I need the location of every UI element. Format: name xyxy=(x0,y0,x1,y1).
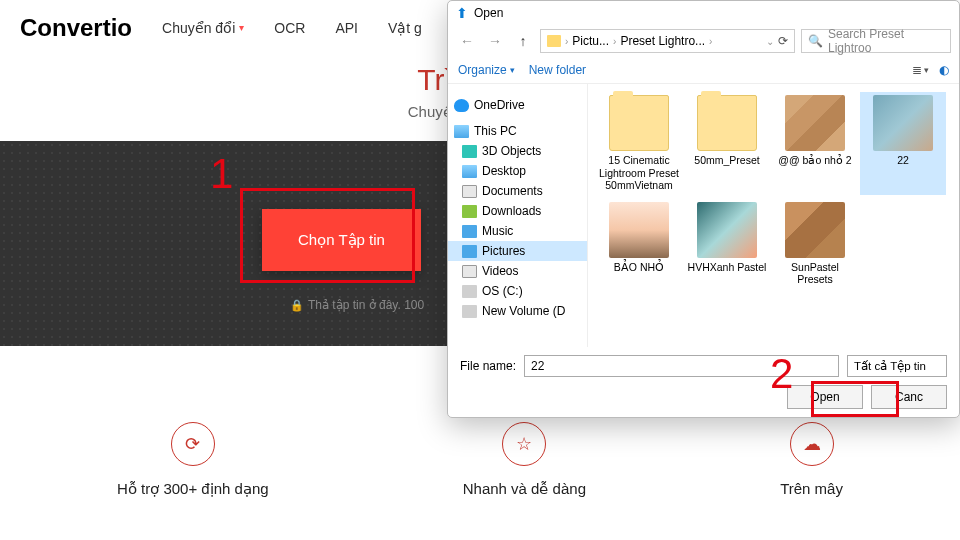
tree-3d-objects[interactable]: 3D Objects xyxy=(448,141,587,161)
dialog-title-bar: ⬆ Open xyxy=(448,1,959,25)
nav-more[interactable]: Vật g xyxy=(388,20,422,36)
up-button[interactable]: ↑ xyxy=(512,30,534,52)
toolbar: Organize ▾ New folder ≣ ▾ ◐ xyxy=(448,57,959,84)
download-icon xyxy=(462,205,477,218)
view-mode-button[interactable]: ≣ ▾ xyxy=(912,63,929,77)
tree-os-c[interactable]: OS (C:) xyxy=(448,281,587,301)
folder-icon xyxy=(697,95,757,151)
up-arrow-icon: ⬆ xyxy=(456,5,468,21)
breadcrumb-pictures[interactable]: Pictu... xyxy=(572,34,609,48)
back-button[interactable]: ← xyxy=(456,30,478,52)
tree-desktop[interactable]: Desktop xyxy=(448,161,587,181)
nav-ocr[interactable]: OCR xyxy=(274,20,305,36)
tree-onedrive[interactable]: OneDrive xyxy=(448,95,587,115)
search-input[interactable]: 🔍 Search Preset Lightroo xyxy=(801,29,951,53)
annotation-1: 1 xyxy=(210,150,233,198)
tree-downloads[interactable]: Downloads xyxy=(448,201,587,221)
folder-icon xyxy=(547,35,561,47)
file-item-image[interactable]: HVHXanh Pastel xyxy=(684,199,770,289)
dialog-title: Open xyxy=(474,6,503,20)
forward-button[interactable]: → xyxy=(484,30,506,52)
cloud-icon: ☁ xyxy=(790,422,834,466)
file-item-image-selected[interactable]: 22 xyxy=(860,92,946,195)
open-button[interactable]: Open xyxy=(787,385,863,409)
folder-tree: OneDrive This PC 3D Objects Desktop Docu… xyxy=(448,84,588,347)
logo[interactable]: Convertio xyxy=(20,14,132,42)
tree-new-volume[interactable]: New Volume (D xyxy=(448,301,587,321)
file-item-folder[interactable]: 15 Cinematic Lightroom Preset 50mmVietna… xyxy=(596,92,682,195)
star-icon: ☆ xyxy=(502,422,546,466)
file-grid: 15 Cinematic Lightroom Preset 50mmVietna… xyxy=(588,84,959,347)
nav-convert[interactable]: Chuyển đổi▾ xyxy=(162,20,244,36)
file-open-dialog: ⬆ Open ← → ↑ › Pictu... › Preset Lightro… xyxy=(447,0,960,418)
file-item-image[interactable]: SunPastel Presets xyxy=(772,199,858,289)
image-thumbnail xyxy=(785,95,845,151)
annotation-2: 2 xyxy=(770,350,793,398)
tree-documents[interactable]: Documents xyxy=(448,181,587,201)
organize-menu[interactable]: Organize ▾ xyxy=(458,63,515,77)
chevron-right-icon: › xyxy=(613,36,616,47)
image-thumbnail xyxy=(609,202,669,258)
nav-api[interactable]: API xyxy=(335,20,358,36)
image-thumbnail xyxy=(873,95,933,151)
new-folder-button[interactable]: New folder xyxy=(529,63,586,77)
tree-pictures[interactable]: Pictures xyxy=(448,241,587,261)
feature-formats: ⟳ Hỗ trợ 300+ định dạng xyxy=(117,422,269,498)
drop-hint: 🔒Thả tập tin ở đây. 100 xyxy=(290,298,424,312)
desktop-icon xyxy=(462,165,477,178)
cube-icon xyxy=(462,145,477,158)
file-item-image[interactable]: BẢO NHỎ xyxy=(596,199,682,289)
music-icon xyxy=(462,225,477,238)
image-thumbnail xyxy=(697,202,757,258)
video-icon xyxy=(462,265,477,278)
refresh-icon[interactable]: ⟳ xyxy=(778,34,788,48)
cancel-button[interactable]: Canc xyxy=(871,385,947,409)
chevron-down-icon[interactable]: ⌄ xyxy=(766,36,774,47)
search-icon: 🔍 xyxy=(808,34,823,48)
breadcrumb[interactable]: › Pictu... › Preset Lightro... › ⌄ ⟳ xyxy=(540,29,795,53)
tree-music[interactable]: Music xyxy=(448,221,587,241)
feature-cloud: ☁ Trên mây xyxy=(780,422,843,498)
filename-label: File name: xyxy=(460,359,516,373)
choose-files-button[interactable]: Chọn Tập tin xyxy=(262,209,421,271)
help-button[interactable]: ◐ xyxy=(939,63,949,77)
file-type-filter[interactable]: Tất cả Tệp tin xyxy=(847,355,947,377)
breadcrumb-preset[interactable]: Preset Lightro... xyxy=(620,34,705,48)
cloud-icon xyxy=(454,99,469,112)
refresh-icon: ⟳ xyxy=(171,422,215,466)
file-item-image[interactable]: @@ bảo nhỏ 2 xyxy=(772,92,858,195)
document-icon xyxy=(462,185,477,198)
chevron-right-icon: › xyxy=(565,36,568,47)
image-thumbnail xyxy=(785,202,845,258)
disk-icon xyxy=(462,305,477,318)
file-item-folder[interactable]: 50mm_Preset xyxy=(684,92,770,195)
picture-icon xyxy=(462,245,477,258)
tree-videos[interactable]: Videos xyxy=(448,261,587,281)
lock-icon: 🔒 xyxy=(290,299,304,311)
chevron-down-icon: ▾ xyxy=(924,65,929,75)
tree-this-pc[interactable]: This PC xyxy=(448,121,587,141)
pc-icon xyxy=(454,125,469,138)
features-row: ⟳ Hỗ trợ 300+ định dạng ☆ Nhanh và dễ dà… xyxy=(0,422,960,498)
dialog-footer: File name: Tất cả Tệp tin Open Canc xyxy=(448,347,959,417)
address-row: ← → ↑ › Pictu... › Preset Lightro... › ⌄… xyxy=(448,25,959,57)
chevron-down-icon: ▾ xyxy=(239,22,244,33)
chevron-down-icon: ▾ xyxy=(510,65,515,75)
folder-icon xyxy=(609,95,669,151)
disk-icon xyxy=(462,285,477,298)
feature-fast: ☆ Nhanh và dễ dàng xyxy=(463,422,586,498)
chevron-right-icon: › xyxy=(709,36,712,47)
